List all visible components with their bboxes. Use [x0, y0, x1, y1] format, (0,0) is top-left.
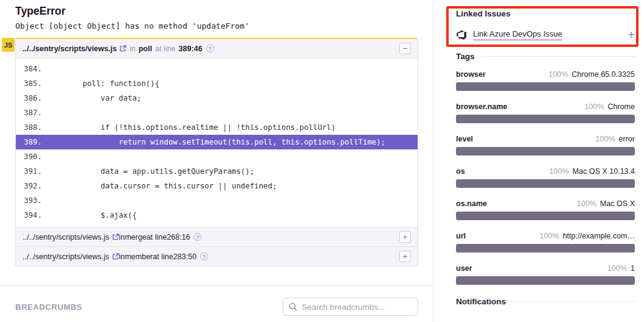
error-type-title: TypeError: [15, 5, 65, 18]
line-number: 391.: [16, 167, 46, 176]
code-line: 384.: [16, 62, 418, 76]
expand-frame-button[interactable]: +: [399, 251, 411, 262]
help-icon[interactable]: ?: [194, 233, 201, 241]
tag-distribution-bar[interactable]: [456, 212, 635, 220]
tag-distribution-bar[interactable]: [456, 276, 635, 285]
code-line: 392. data.cursor = this.cursor || undefi…: [16, 179, 418, 193]
at-line-label: at line: [153, 252, 173, 261]
link-azure-devops-issue-link[interactable]: Link Azure DevOps Issue: [473, 29, 562, 40]
code-text: data.cursor = this.cursor || undefined;: [46, 182, 277, 190]
stack-frame-header-poll[interactable]: ../../sentry/scripts/views.js in poll at…: [16, 39, 418, 59]
tag-distribution-bar[interactable]: [456, 115, 635, 123]
tag-distribution-bar[interactable]: [456, 82, 635, 91]
tag-value: Mac OS X: [600, 199, 635, 208]
expand-frame-button[interactable]: +: [399, 231, 411, 243]
breadcrumbs-bar: BREADCRUMBS: [15, 298, 418, 316]
add-linked-issue-button[interactable]: +: [628, 29, 635, 40]
linked-issues-row: Link Azure DevOps Issue +: [456, 28, 635, 41]
code-text: return window.setTimeout(this.poll, this…: [46, 138, 385, 146]
at-line-label: at line: [147, 233, 167, 242]
tag-head: browser.name100%Chrome: [456, 102, 635, 111]
code-text: $.ajax({: [46, 211, 137, 220]
code-text: poll: function(){: [46, 79, 159, 88]
tag-percent: 100%: [596, 135, 615, 143]
tag-row-browser.name[interactable]: browser.name100%Chrome: [456, 102, 635, 123]
tag-head: browser100%Chrome 65.0.3325: [456, 70, 635, 79]
tag-percent: 100%: [540, 232, 559, 240]
tag-head: url100%http://example.com…: [456, 232, 635, 240]
help-icon[interactable]: ?: [206, 45, 214, 52]
tag-head: os.name100%Mac OS X: [456, 199, 635, 208]
code-line: 388. if (!this.options.realtime || !this…: [16, 120, 418, 135]
tag-head: level100%error: [456, 135, 635, 143]
line-number: 385.: [16, 79, 46, 88]
tag-row-url[interactable]: url100%http://example.com…: [456, 232, 635, 252]
tag-head: user100%1: [456, 264, 635, 273]
tag-key: browser.name: [456, 102, 507, 111]
tag-value: 1: [631, 264, 635, 273]
at-line-label: at line: [155, 45, 175, 53]
help-icon[interactable]: ?: [200, 252, 208, 260]
tag-distribution-bar[interactable]: [456, 147, 635, 156]
external-link-icon[interactable]: [112, 253, 119, 260]
sidebar: Linked Issues Link Azure DevOps Issue + …: [433, 0, 644, 322]
tag-percent: 100%: [549, 167, 569, 176]
frame-file-path: ../../sentry/scripts/views.js: [23, 233, 109, 242]
code-text: data = app.utils.getQueryParams();: [46, 167, 255, 176]
tag-row-user[interactable]: user100%1: [456, 264, 635, 285]
search-breadcrumbs-input[interactable]: [302, 302, 412, 312]
tag-key: level: [456, 135, 473, 143]
breadcrumbs-search[interactable]: [283, 298, 418, 316]
frame-line-number: 389:46: [179, 45, 203, 53]
stack-frame-header-member[interactable]: ../../sentry/scripts/views.js in member …: [16, 246, 418, 266]
search-icon: [289, 302, 297, 311]
code-line-highlighted: 389. return window.setTimeout(this.poll,…: [16, 135, 418, 149]
external-link-icon[interactable]: [120, 45, 126, 52]
frame-file-path: ../../sentry/scripts/views.js: [23, 252, 109, 261]
tag-row-os[interactable]: os100%Mac OS X 10.13.4: [456, 167, 635, 188]
frame-file-path: ../../sentry/scripts/views.js: [23, 45, 117, 53]
code-text: if (!this.options.realtime || !this.opti…: [46, 123, 336, 132]
notifications-header: Notifications: [456, 296, 635, 307]
tag-row-os.name[interactable]: os.name100%Mac OS X: [456, 199, 635, 220]
code-line: 385. poll: function(){: [16, 76, 418, 91]
notifications-title: Notifications: [456, 297, 506, 306]
tags-header: Tags: [456, 51, 635, 62]
linked-issues-title: Linked Issues: [456, 9, 510, 18]
frame-function: member: [125, 252, 153, 261]
tag-row-level[interactable]: level100%error: [456, 135, 635, 156]
stack-trace-card: JS ../../sentry/scripts/views.js in poll…: [15, 38, 418, 267]
code-line: 390.: [16, 149, 418, 164]
tag-distribution-bar[interactable]: [456, 179, 635, 188]
tag-key: os.name: [456, 199, 487, 208]
line-number: 390.: [16, 152, 46, 161]
tag-distribution-bar[interactable]: [456, 244, 635, 252]
line-number: 393.: [16, 196, 46, 205]
breadcrumbs-title: BREADCRUMBS: [15, 302, 82, 312]
tag-row-browser[interactable]: browser100%Chrome 65.0.3325: [456, 70, 635, 91]
tag-key: browser: [456, 70, 486, 79]
tags-list: browser100%Chrome 65.0.3325browser.name1…: [456, 70, 635, 285]
section-divider: [0, 285, 433, 286]
tag-value: Mac OS X 10.13.4: [573, 167, 635, 176]
line-number: 392.: [16, 182, 46, 190]
collapse-frame-button[interactable]: −: [399, 43, 411, 54]
frame-function: merge: [125, 233, 146, 242]
tag-percent: 100%: [607, 264, 627, 273]
error-message: Object [object Object] has no method 'up…: [15, 21, 250, 30]
line-number: 394.: [16, 211, 46, 220]
line-number: 384.: [16, 65, 46, 73]
stack-frame-header-merge[interactable]: ../../sentry/scripts/views.js in merge a…: [16, 227, 418, 246]
tag-key: user: [456, 264, 472, 273]
tag-key: url: [456, 232, 466, 240]
frame-line-number: 268:16: [167, 233, 190, 242]
tag-value: Chrome: [608, 102, 635, 111]
tag-value: Chrome 65.0.3325: [571, 70, 635, 79]
linked-issues-header: Linked Issues: [456, 9, 635, 19]
platform-js-badge: JS: [2, 38, 15, 52]
external-link-icon[interactable]: [112, 234, 119, 240]
frame-function: poll: [139, 45, 152, 53]
tag-percent: 100%: [548, 70, 568, 79]
frame-line-number: 283:50: [173, 252, 197, 261]
header-rule: [481, 56, 635, 57]
